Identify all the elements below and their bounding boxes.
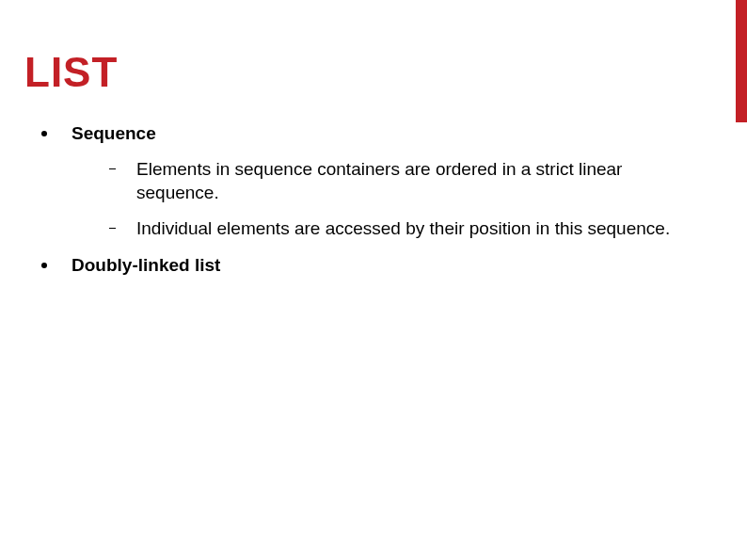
slide-title: LIST bbox=[24, 49, 709, 96]
accent-bar bbox=[736, 0, 747, 122]
bullet-level2-text: Elements in sequence containers are orde… bbox=[136, 157, 691, 205]
bullet-level2-text: Individual elements are accessed by thei… bbox=[136, 216, 670, 241]
bullet-dot-icon bbox=[41, 263, 47, 268]
bullet-level1: Doubly-linked list bbox=[24, 254, 709, 278]
bullet-level1-label: Sequence bbox=[72, 122, 156, 146]
bullet-level2: Elements in sequence containers are orde… bbox=[24, 157, 709, 205]
bullet-level1-label: Doubly-linked list bbox=[72, 254, 220, 278]
bullet-level2: Individual elements are accessed by thei… bbox=[24, 216, 709, 241]
bullet-dash-icon bbox=[109, 168, 116, 170]
bullet-level1: Sequence bbox=[24, 122, 709, 146]
bullet-dot-icon bbox=[41, 131, 47, 136]
slide-content: LIST Sequence Elements in sequence conta… bbox=[0, 0, 747, 324]
bullet-dash-icon bbox=[109, 228, 116, 230]
